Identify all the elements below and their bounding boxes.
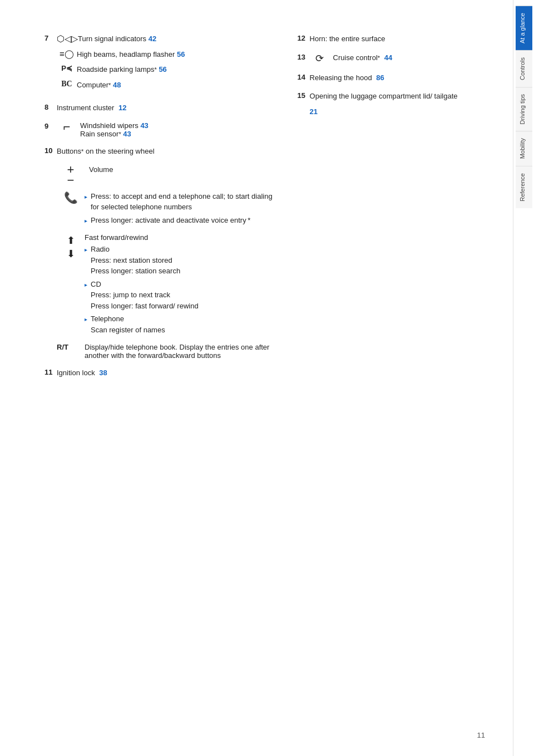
item-9: 9 ⌐ Windshield wipers 43 Rain sensor*	[44, 121, 281, 138]
page-container: 7 ⬡◁▷ Turn signal indicators 42	[0, 0, 534, 756]
item-10-row: 10 Buttons* on the steering wheel	[44, 146, 281, 157]
item-14-label: Releasing the hood 86	[310, 72, 491, 84]
item-7-sub-3: P≼ Roadside parking lamps* 56	[57, 64, 281, 75]
item-8: 8 Instrument cluster 12	[44, 102, 281, 114]
forward-icon: ⬆	[67, 234, 75, 247]
item-15-number: 15	[298, 91, 310, 100]
computer-page[interactable]: 48	[113, 81, 121, 89]
item-7-sub-2: ≡◯ High beams, headlamp flasher 56	[57, 49, 281, 60]
item-11-label: Ignition lock 38	[57, 367, 281, 379]
highbeam-label: High beams, headlamp flasher 56	[77, 49, 281, 60]
item-11: 11 Ignition lock 38	[44, 367, 281, 379]
cd-label: CD	[91, 279, 199, 290]
item-8-row: 8 Instrument cluster 12	[44, 102, 281, 114]
item-15-label: Opening the luggage compartment lid/ tai…	[310, 91, 491, 102]
radio-arrow: ▸	[85, 246, 87, 254]
fwd-text: Fast forward/rewind ▸ Radio Press: next …	[85, 233, 199, 337]
rt-label: Display/hide telephone book. Display the…	[85, 343, 281, 360]
item-9-number: 9	[44, 121, 57, 138]
back-icon: ⬇	[67, 248, 75, 260]
item-12-row: 12 Horn: the entire surface	[298, 33, 491, 45]
item-10: 10 Buttons* on the steering wheel + −	[44, 146, 281, 360]
item-7-sub-1: ⬡◁▷ Turn signal indicators 42	[57, 33, 281, 45]
computer-icon: BC	[57, 80, 77, 89]
phone-section: 📞 ▸ Press: to accept and end a telephone…	[57, 191, 281, 228]
cd-bullet: ▸ CD Press: jump to next track Press lon…	[85, 279, 199, 312]
item-15-row: 15 Opening the luggage compartment lid/ …	[298, 91, 491, 102]
item-15-page[interactable]: 21	[310, 107, 318, 116]
parking-icon: P≼	[57, 64, 77, 72]
item-13-page[interactable]: 44	[384, 53, 392, 62]
two-column-layout: 7 ⬡◁▷ Turn signal indicators 42	[44, 33, 491, 386]
item-13-label: Cruise control* 44	[333, 52, 491, 63]
radio-label: Radio	[91, 244, 180, 255]
sidebar-tab-controls[interactable]: Controls	[516, 50, 532, 87]
item-11-page[interactable]: 38	[99, 369, 107, 377]
fwd-section: ⬆ ⬇ Fast forward/rewind ▸ Radio	[57, 233, 281, 337]
cruise-icon: ⟳	[310, 52, 330, 65]
turn-signal-label: Turn signal indicators 42	[78, 33, 281, 45]
radio-item-1: Press: next station stored	[91, 255, 180, 266]
item-10-number: 10	[44, 146, 57, 155]
main-content: 7 ⬡◁▷ Turn signal indicators 42	[0, 0, 513, 756]
parking-page[interactable]: 56	[159, 65, 166, 73]
sidebar-tab-mobility[interactable]: Mobility	[516, 131, 532, 165]
turn-signal-page[interactable]: 42	[149, 35, 156, 43]
computer-label: Computer* 48	[77, 80, 281, 91]
item-12-label: Horn: the entire surface	[310, 33, 491, 45]
item-7-sub-4: BC Computer* 48	[57, 80, 281, 91]
bullet-arrow-1: ▸	[85, 193, 87, 201]
item-14-number: 14	[298, 72, 310, 81]
item-12: 12 Horn: the entire surface	[298, 33, 491, 45]
fwd-label: Fast forward/rewind	[85, 233, 199, 242]
bullet-arrow-2: ▸	[85, 217, 87, 225]
item-14: 14 Releasing the hood 86	[298, 72, 491, 84]
volume-section: + − Volume	[57, 162, 281, 185]
rain-sensor-page[interactable]: 43	[123, 130, 131, 138]
minus-icon: −	[67, 175, 75, 185]
item-14-row: 14 Releasing the hood 86	[298, 72, 491, 84]
right-sidebar: At a glance Controls Driving tips Mobili…	[513, 0, 534, 756]
tel-arrow: ▸	[85, 315, 87, 323]
highbeam-page[interactable]: 56	[177, 50, 185, 58]
item-7-number: 7	[44, 33, 57, 95]
cd-item-1: Press: jump to next track	[91, 289, 199, 301]
right-column: 12 Horn: the entire surface 13 ⟳ Cruise …	[298, 33, 491, 386]
item-7: 7 ⬡◁▷ Turn signal indicators 42	[44, 33, 281, 95]
phone-icon: 📞	[57, 191, 85, 204]
item-10-label: Buttons* on the steering wheel	[57, 146, 281, 157]
cd-item-2: Press longer: fast forward/ rewind	[91, 301, 199, 312]
item-13-number: 13	[298, 52, 310, 61]
highbeam-icon: ≡◯	[57, 49, 77, 59]
rt-section: R/T Display/hide telephone book. Display…	[57, 343, 281, 360]
tel-item-1: Scan register of names	[91, 325, 165, 336]
sidebar-tab-at-a-glance[interactable]: At a glance	[516, 6, 532, 50]
tel-bullet: ▸ Telephone Scan register of names	[85, 313, 199, 335]
radio-bullet: ▸ Radio Press: next station stored Press…	[85, 244, 199, 277]
item-14-page[interactable]: 86	[376, 73, 384, 82]
item-11-row: 11 Ignition lock 38	[44, 367, 281, 379]
item-13: 13 ⟳ Cruise control* 44	[298, 52, 491, 65]
turn-signal-icon: ⬡◁▷	[57, 33, 78, 44]
item-11-number: 11	[44, 367, 57, 376]
left-column: 7 ⬡◁▷ Turn signal indicators 42	[44, 33, 281, 386]
wiper-page[interactable]: 43	[140, 121, 148, 130]
item-12-number: 12	[298, 33, 310, 42]
rt-icon: R/T	[57, 343, 85, 351]
item-9-text: Windshield wipers 43 Rain sensor* 43	[80, 121, 149, 138]
item-8-page[interactable]: 12	[118, 104, 126, 112]
sidebar-tab-reference[interactable]: Reference	[516, 166, 532, 208]
item-15: 15 Opening the luggage compartment lid/ …	[298, 91, 491, 116]
phone-bullet-2: ▸ Press longer: activate and deactivate …	[85, 215, 281, 226]
volume-label: Volume	[89, 165, 113, 174]
item-8-label: Instrument cluster 12	[57, 102, 281, 114]
tel-label: Telephone	[91, 313, 165, 325]
phone-text: ▸ Press: to accept and end a telephone c…	[85, 191, 281, 228]
wiper-icon: ⌐	[57, 120, 77, 134]
cd-arrow: ▸	[85, 281, 87, 289]
item-8-number: 8	[44, 102, 57, 111]
parking-label: Roadside parking lamps* 56	[77, 64, 281, 75]
phone-bullet-1: ▸ Press: to accept and end a telephone c…	[85, 191, 281, 213]
page-number: 11	[477, 731, 485, 739]
sidebar-tab-driving-tips[interactable]: Driving tips	[516, 87, 532, 131]
